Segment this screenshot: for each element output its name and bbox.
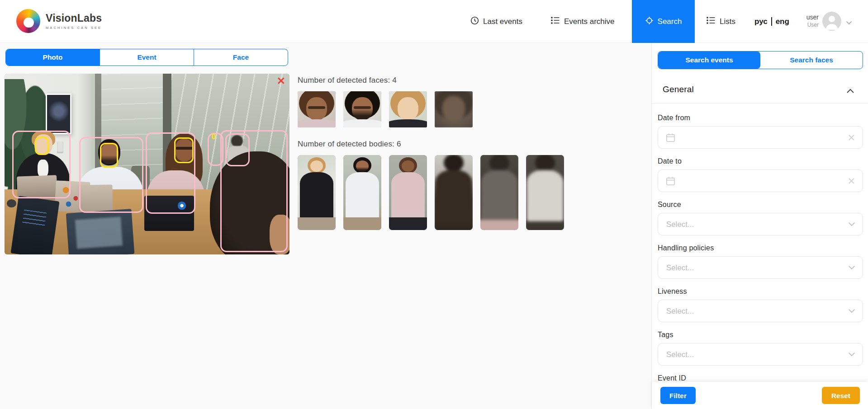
thumbnail-image <box>389 91 427 127</box>
thumb-torso <box>343 119 381 127</box>
reset-button[interactable]: Reset <box>822 387 860 404</box>
brand-logo[interactable]: VisionLabs MACHINES CAN SEE <box>16 9 102 33</box>
thumb-torso <box>481 170 517 221</box>
date-input-date-to[interactable]: ✕ <box>658 169 863 192</box>
uploaded-photo-panel: 0 ✕ <box>5 74 289 254</box>
field-label-liveness: Liveness <box>658 287 863 296</box>
face-thumbnail[interactable] <box>298 91 336 127</box>
select-handling-policies[interactable]: Select... <box>658 256 863 279</box>
select-placeholder: Select... <box>666 220 694 229</box>
face-thumbnails-row <box>298 91 473 127</box>
thumbnail-image <box>343 91 381 127</box>
select-placeholder: Select... <box>666 307 694 315</box>
clock-icon <box>470 16 479 27</box>
clear-icon[interactable]: ✕ <box>847 176 855 186</box>
thumb-torso <box>435 170 472 221</box>
nav-item-label: Last events <box>483 17 522 26</box>
nav-item-last-events[interactable]: Last events <box>470 0 522 43</box>
face-thumbnail[interactable] <box>389 91 427 127</box>
track-id-label: 0 <box>211 132 215 141</box>
thumbnail-image <box>389 155 427 230</box>
nav-item-search[interactable]: Search <box>632 0 695 43</box>
thumbnail-image <box>480 155 518 230</box>
photo-event-face-tabs: Photo Event Face <box>5 49 288 66</box>
user-name-block[interactable]: user User <box>795 14 819 28</box>
search-filters-sidebar: Search events Search faces General Date … <box>651 43 868 409</box>
language-secondary[interactable]: eng <box>776 17 789 26</box>
field-tags: TagsSelect... <box>658 331 863 366</box>
chevron-down-icon <box>848 307 855 315</box>
brand-tagline: MACHINES CAN SEE <box>46 26 102 30</box>
chevron-up-icon[interactable] <box>846 87 854 95</box>
date-input-date-from[interactable]: ✕ <box>658 126 863 149</box>
body-thumbnail[interactable] <box>526 155 564 230</box>
list-icon <box>707 16 716 27</box>
tab-face[interactable]: Face <box>194 49 288 66</box>
chevron-down-icon[interactable] <box>846 19 852 27</box>
select-placeholder: Select... <box>666 263 694 272</box>
face-thumbnail[interactable] <box>343 91 381 127</box>
face-detection-box <box>35 136 49 155</box>
faces-count-heading: Number of detected faces: 4 <box>298 76 397 85</box>
target-icon <box>645 16 654 27</box>
thumbnail-image <box>526 155 564 230</box>
thumb-torso <box>391 172 425 219</box>
nav-item-label: Search <box>658 17 682 26</box>
nav-item-label: Events archive <box>564 17 615 26</box>
body-thumbnail[interactable] <box>343 155 381 230</box>
thumb-glasses <box>308 106 326 109</box>
chevron-down-icon <box>848 220 855 228</box>
body-thumbnail[interactable] <box>298 155 336 230</box>
face-thumbnail[interactable] <box>435 91 473 127</box>
thumbnail-image <box>435 91 473 127</box>
field-label-date-to: Date to <box>658 157 863 166</box>
tab-search-events[interactable]: Search events <box>658 52 760 69</box>
field-label-date-from: Date from <box>658 114 863 122</box>
thumb-laptop <box>480 220 518 230</box>
thumb-laptop <box>389 217 427 230</box>
user-name: user <box>795 14 819 21</box>
body-thumbnail[interactable] <box>435 155 473 230</box>
thumb-glasses <box>354 106 371 109</box>
thumb-face <box>356 160 369 172</box>
close-icon[interactable]: ✕ <box>277 75 285 88</box>
thumb-face <box>398 97 418 120</box>
select-tags[interactable]: Select... <box>658 343 863 366</box>
chevron-down-icon <box>848 263 855 272</box>
field-label-tags: Tags <box>658 331 863 339</box>
field-label-source: Source <box>658 201 863 209</box>
field-liveness: LivenessSelect... <box>658 287 863 322</box>
brand-name: VisionLabs <box>46 12 102 24</box>
app-root: VisionLabs MACHINES CAN SEE Last events … <box>0 0 868 409</box>
select-source[interactable]: Select... <box>658 213 863 235</box>
body-thumbnail[interactable] <box>480 155 518 230</box>
nav-item-events-archive[interactable]: Events archive <box>551 0 615 43</box>
thumbnail-image <box>298 155 336 230</box>
face-detection-box <box>174 137 194 163</box>
face-detection-box <box>100 143 118 168</box>
thumbnail-image <box>298 91 336 127</box>
select-liveness[interactable]: Select... <box>658 300 863 322</box>
avatar[interactable] <box>822 12 841 31</box>
tab-photo[interactable]: Photo <box>6 49 100 66</box>
detection-overlay: 0 <box>5 74 289 254</box>
sidebar-tabs: Search events Search faces <box>658 51 863 69</box>
tab-event[interactable]: Event <box>100 49 194 66</box>
visionlabs-logo-icon <box>16 9 40 33</box>
body-detection-box <box>220 130 288 252</box>
language-switcher[interactable]: рус eng <box>754 0 789 43</box>
clear-icon[interactable]: ✕ <box>847 133 855 142</box>
thumbnail-image <box>435 155 473 230</box>
bodies-count-heading: Number of detected bodies: 6 <box>298 140 401 149</box>
body-thumbnail[interactable] <box>389 155 427 230</box>
section-title-general: General <box>663 85 694 94</box>
language-primary[interactable]: рус <box>754 17 768 26</box>
tab-search-faces[interactable]: Search faces <box>760 52 863 69</box>
body-thumbnails-row <box>298 155 564 230</box>
filter-button[interactable]: Filter <box>660 387 696 404</box>
section-divider <box>652 103 868 103</box>
thumb-torso <box>346 172 379 219</box>
field-source: SourceSelect... <box>658 201 863 235</box>
nav-item-lists[interactable]: Lists <box>707 0 735 43</box>
thumb-torso <box>300 172 333 219</box>
